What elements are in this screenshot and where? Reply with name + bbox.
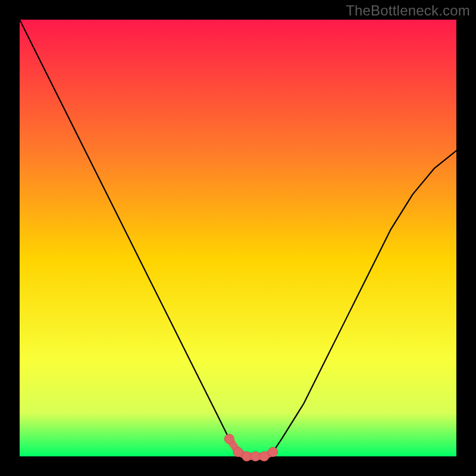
valley-marker bbox=[259, 452, 269, 461]
attribution-label: TheBottleneck.com bbox=[346, 2, 470, 19]
valley-marker bbox=[233, 447, 243, 457]
plot-background bbox=[20, 20, 456, 456]
valley-marker bbox=[224, 434, 234, 444]
bottleneck-chart bbox=[0, 0, 476, 476]
valley-marker bbox=[242, 452, 252, 461]
valley-marker bbox=[250, 452, 260, 461]
valley-marker bbox=[268, 447, 278, 457]
chart-frame: TheBottleneck.com bbox=[0, 0, 476, 476]
